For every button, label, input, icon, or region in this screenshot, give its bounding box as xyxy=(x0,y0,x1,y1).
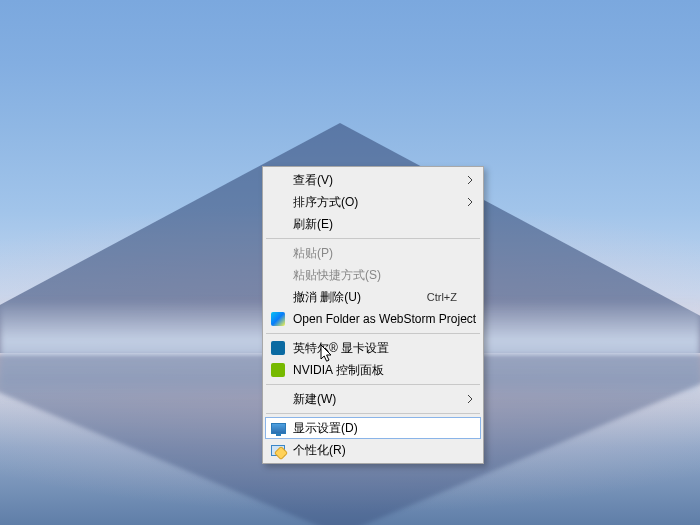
nvidia-icon xyxy=(270,362,286,378)
menu-item-personalize[interactable]: 个性化(R) xyxy=(265,439,481,461)
menu-item-label: 粘贴(P) xyxy=(293,245,457,262)
webstorm-icon xyxy=(270,311,286,327)
menu-item-label: NVIDIA 控制面板 xyxy=(293,362,457,379)
menu-separator xyxy=(266,384,480,385)
chevron-right-icon xyxy=(467,197,473,207)
menu-separator xyxy=(266,333,480,334)
menu-item-label: 个性化(R) xyxy=(293,442,457,459)
personalize-icon xyxy=(270,442,286,458)
intel-icon xyxy=(270,340,286,356)
menu-item-shortcut: Ctrl+Z xyxy=(427,291,457,303)
menu-item-new[interactable]: 新建(W) xyxy=(265,388,481,410)
menu-item-display-settings[interactable]: 显示设置(D) xyxy=(265,417,481,439)
menu-item-label: 英特尔® 显卡设置 xyxy=(293,340,457,357)
menu-item-label: 撤消 删除(U) xyxy=(293,289,427,306)
desktop-wallpaper[interactable]: 查看(V) 排序方式(O) 刷新(E) 粘贴(P) 粘贴快捷方式(S) 撤消 删… xyxy=(0,0,700,525)
menu-separator xyxy=(266,413,480,414)
menu-item-label: 查看(V) xyxy=(293,172,457,189)
desktop-context-menu: 查看(V) 排序方式(O) 刷新(E) 粘贴(P) 粘贴快捷方式(S) 撤消 删… xyxy=(262,166,484,464)
monitor-icon xyxy=(270,420,286,436)
menu-item-label: 显示设置(D) xyxy=(293,420,457,437)
menu-item-paste-shortcut: 粘贴快捷方式(S) xyxy=(265,264,481,286)
menu-item-sort-by[interactable]: 排序方式(O) xyxy=(265,191,481,213)
menu-item-label: 粘贴快捷方式(S) xyxy=(293,267,457,284)
chevron-right-icon xyxy=(467,175,473,185)
menu-item-label: 排序方式(O) xyxy=(293,194,457,211)
menu-item-paste: 粘贴(P) xyxy=(265,242,481,264)
menu-item-intel-graphics[interactable]: 英特尔® 显卡设置 xyxy=(265,337,481,359)
chevron-right-icon xyxy=(467,394,473,404)
menu-item-label: Open Folder as WebStorm Project xyxy=(293,312,476,326)
menu-item-label: 新建(W) xyxy=(293,391,457,408)
menu-item-nvidia-control-panel[interactable]: NVIDIA 控制面板 xyxy=(265,359,481,381)
menu-item-open-webstorm[interactable]: Open Folder as WebStorm Project xyxy=(265,308,481,330)
menu-separator xyxy=(266,238,480,239)
menu-item-view[interactable]: 查看(V) xyxy=(265,169,481,191)
menu-item-undo-delete[interactable]: 撤消 删除(U) Ctrl+Z xyxy=(265,286,481,308)
menu-item-label: 刷新(E) xyxy=(293,216,457,233)
menu-item-refresh[interactable]: 刷新(E) xyxy=(265,213,481,235)
